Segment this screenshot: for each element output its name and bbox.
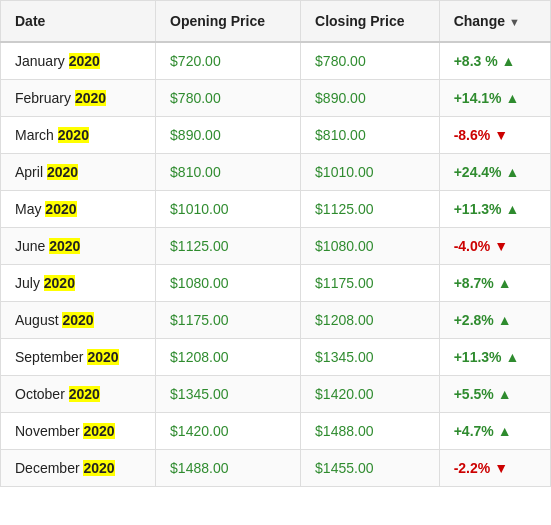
down-arrow-icon: ▼	[494, 460, 508, 476]
cell-opening: $1175.00	[156, 302, 301, 339]
cell-change: -2.2% ▼	[439, 450, 550, 487]
change-value: +8.3 %	[454, 53, 498, 69]
cell-change: -4.0% ▼	[439, 228, 550, 265]
table-row: May 2020$1010.00$1125.00+11.3% ▲	[1, 191, 551, 228]
table-row: January 2020$720.00$780.00+8.3 % ▲	[1, 42, 551, 80]
up-arrow-icon: ▲	[505, 164, 519, 180]
change-value: +11.3%	[454, 349, 502, 365]
col-header-change[interactable]: Change ▼	[439, 1, 550, 43]
cell-closing: $780.00	[301, 42, 440, 80]
cell-change: +11.3% ▲	[439, 339, 550, 376]
change-value: +4.7%	[454, 423, 494, 439]
up-arrow-icon: ▲	[498, 386, 512, 402]
up-arrow-icon: ▲	[505, 90, 519, 106]
cell-closing: $1345.00	[301, 339, 440, 376]
col-header-closing: Closing Price	[301, 1, 440, 43]
sort-icon: ▼	[509, 16, 520, 28]
table-row: December 2020$1488.00$1455.00-2.2% ▼	[1, 450, 551, 487]
year-badge: 2020	[75, 90, 106, 106]
change-value: +8.7%	[454, 275, 494, 291]
year-badge: 2020	[47, 164, 78, 180]
col-header-date: Date	[1, 1, 156, 43]
year-badge: 2020	[58, 127, 89, 143]
cell-date: January 2020	[1, 42, 156, 80]
cell-change: +11.3% ▲	[439, 191, 550, 228]
cell-date: August 2020	[1, 302, 156, 339]
cell-closing: $890.00	[301, 80, 440, 117]
table-row: November 2020$1420.00$1488.00+4.7% ▲	[1, 413, 551, 450]
cell-date: March 2020	[1, 117, 156, 154]
cell-change: +2.8% ▲	[439, 302, 550, 339]
year-badge: 2020	[69, 386, 100, 402]
cell-opening: $1125.00	[156, 228, 301, 265]
cell-date: July 2020	[1, 265, 156, 302]
down-arrow-icon: ▼	[494, 238, 508, 254]
cell-opening: $720.00	[156, 42, 301, 80]
cell-date: June 2020	[1, 228, 156, 265]
up-arrow-icon: ▲	[505, 349, 519, 365]
cell-closing: $1175.00	[301, 265, 440, 302]
cell-closing: $1010.00	[301, 154, 440, 191]
cell-date: December 2020	[1, 450, 156, 487]
year-badge: 2020	[83, 460, 114, 476]
cell-change: -8.6% ▼	[439, 117, 550, 154]
cell-opening: $1345.00	[156, 376, 301, 413]
year-badge: 2020	[87, 349, 118, 365]
cell-opening: $1420.00	[156, 413, 301, 450]
year-badge: 2020	[62, 312, 93, 328]
cell-closing: $1125.00	[301, 191, 440, 228]
cell-closing: $1420.00	[301, 376, 440, 413]
cell-change: +8.3 % ▲	[439, 42, 550, 80]
change-value: -4.0%	[454, 238, 491, 254]
cell-date: September 2020	[1, 339, 156, 376]
change-value: +14.1%	[454, 90, 502, 106]
table-row: September 2020$1208.00$1345.00+11.3% ▲	[1, 339, 551, 376]
change-value: +11.3%	[454, 201, 502, 217]
table-row: August 2020$1175.00$1208.00+2.8% ▲	[1, 302, 551, 339]
table-row: April 2020$810.00$1010.00+24.4% ▲	[1, 154, 551, 191]
cell-opening: $1208.00	[156, 339, 301, 376]
year-badge: 2020	[45, 201, 76, 217]
cell-opening: $1010.00	[156, 191, 301, 228]
table-row: February 2020$780.00$890.00+14.1% ▲	[1, 80, 551, 117]
cell-opening: $890.00	[156, 117, 301, 154]
table-row: June 2020$1125.00$1080.00-4.0% ▼	[1, 228, 551, 265]
cell-closing: $810.00	[301, 117, 440, 154]
up-arrow-icon: ▲	[498, 312, 512, 328]
cell-opening: $810.00	[156, 154, 301, 191]
year-badge: 2020	[83, 423, 114, 439]
price-table: Date Opening Price Closing Price Change …	[0, 0, 551, 487]
up-arrow-icon: ▲	[498, 275, 512, 291]
cell-date: May 2020	[1, 191, 156, 228]
table-body: January 2020$720.00$780.00+8.3 % ▲Februa…	[1, 42, 551, 487]
up-arrow-icon: ▲	[502, 53, 516, 69]
cell-change: +4.7% ▲	[439, 413, 550, 450]
up-arrow-icon: ▲	[498, 423, 512, 439]
year-badge: 2020	[44, 275, 75, 291]
year-badge: 2020	[69, 53, 100, 69]
table-row: July 2020$1080.00$1175.00+8.7% ▲	[1, 265, 551, 302]
change-value: -2.2%	[454, 460, 491, 476]
table-header-row: Date Opening Price Closing Price Change …	[1, 1, 551, 43]
table-row: March 2020$890.00$810.00-8.6% ▼	[1, 117, 551, 154]
cell-opening: $1080.00	[156, 265, 301, 302]
cell-closing: $1208.00	[301, 302, 440, 339]
cell-date: April 2020	[1, 154, 156, 191]
cell-closing: $1455.00	[301, 450, 440, 487]
change-value: -8.6%	[454, 127, 491, 143]
cell-date: October 2020	[1, 376, 156, 413]
table-row: October 2020$1345.00$1420.00+5.5% ▲	[1, 376, 551, 413]
change-value: +2.8%	[454, 312, 494, 328]
cell-opening: $780.00	[156, 80, 301, 117]
cell-opening: $1488.00	[156, 450, 301, 487]
cell-closing: $1080.00	[301, 228, 440, 265]
cell-change: +8.7% ▲	[439, 265, 550, 302]
change-value: +5.5%	[454, 386, 494, 402]
cell-closing: $1488.00	[301, 413, 440, 450]
cell-date: November 2020	[1, 413, 156, 450]
cell-date: February 2020	[1, 80, 156, 117]
down-arrow-icon: ▼	[494, 127, 508, 143]
year-badge: 2020	[49, 238, 80, 254]
cell-change: +14.1% ▲	[439, 80, 550, 117]
cell-change: +5.5% ▲	[439, 376, 550, 413]
